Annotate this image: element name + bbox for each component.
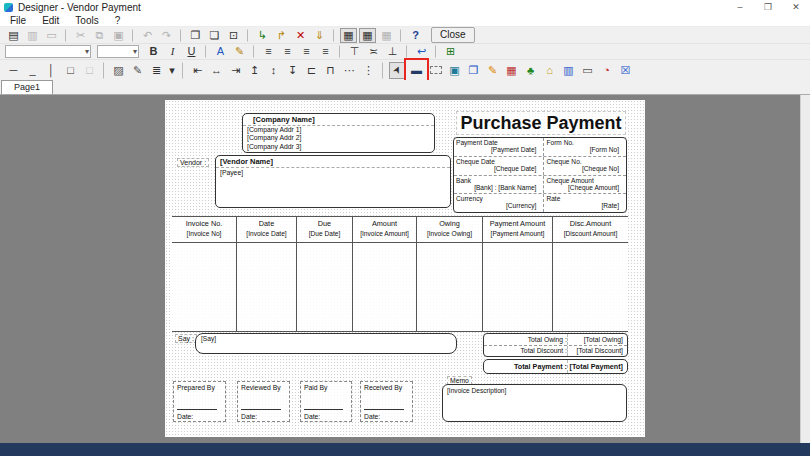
- vendor-name-field[interactable]: [Vendor Name]: [216, 156, 450, 168]
- align-center-icon[interactable]: ≡: [279, 44, 296, 59]
- line-style-icon[interactable]: ≣: [148, 62, 165, 79]
- total-payment-label[interactable]: Total Payment :: [484, 362, 567, 371]
- column-field[interactable]: [Discount Amount]: [564, 230, 618, 237]
- menu-help[interactable]: ?: [107, 15, 129, 26]
- font-size-select[interactable]: ▾: [97, 45, 139, 58]
- rounded-rectangle-icon[interactable]: □: [81, 62, 98, 79]
- say-field[interactable]: [Say]: [196, 334, 456, 343]
- align-top-edges-icon[interactable]: ↥: [246, 62, 263, 79]
- align-bottom-edges-icon[interactable]: ↧: [284, 62, 301, 79]
- column-header[interactable]: Invoice No.: [186, 219, 223, 228]
- align-left-icon[interactable]: ≡: [260, 44, 277, 59]
- tab-page1[interactable]: Page1: [1, 80, 53, 94]
- print-icon[interactable]: ▭: [43, 28, 60, 43]
- info-value-field[interactable]: [Bank] : [Bank Name]: [456, 184, 541, 191]
- column-field[interactable]: [Invoice No]: [187, 230, 222, 237]
- date-label[interactable]: Date:: [241, 413, 257, 420]
- bold-button[interactable]: B: [145, 44, 162, 59]
- signature-box[interactable]: Prepared By Date:: [173, 381, 226, 422]
- company-name-field[interactable]: [Company Name]: [243, 114, 434, 126]
- payee-field[interactable]: [Payee]: [216, 168, 450, 177]
- total-payment-field[interactable]: [Total Payment]: [567, 360, 627, 373]
- info-value-field[interactable]: [Cheque No]: [546, 165, 624, 172]
- total-discount-label[interactable]: Total Discount :: [484, 347, 567, 354]
- format-painter-icon[interactable]: ↩: [413, 44, 430, 59]
- column-field[interactable]: [Payment Amount]: [491, 230, 545, 237]
- same-width-icon[interactable]: ⊏: [303, 62, 320, 79]
- company-block[interactable]: [Company Name] [Company Addr 1] [Company…: [242, 113, 435, 153]
- info-label[interactable]: Cheque No.: [546, 158, 624, 165]
- pen-tool[interactable]: ✎: [484, 62, 501, 79]
- signature-box[interactable]: Reviewed By Date:: [237, 381, 290, 422]
- close-window-icon[interactable]: ✕: [782, 0, 810, 14]
- design-canvas[interactable]: [Company Name] [Company Addr 1] [Company…: [165, 100, 645, 437]
- column-header[interactable]: Amount: [372, 219, 397, 228]
- signature-label[interactable]: Prepared By: [174, 382, 225, 393]
- company-addr2-field[interactable]: [Company Addr 2]: [243, 134, 434, 142]
- border-horizontal-icon[interactable]: ─: [5, 62, 22, 79]
- company-addr3-field[interactable]: [Company Addr 3]: [243, 143, 434, 151]
- field-tool[interactable]: [427, 62, 444, 79]
- table-column[interactable]: Disc.Amount [Discount Amount]: [553, 217, 628, 331]
- field-list-icon[interactable]: ⊞: [442, 44, 459, 59]
- snap-to-grid-icon[interactable]: ▦: [359, 28, 376, 43]
- info-value-field[interactable]: [Form No]: [546, 146, 624, 153]
- table-column[interactable]: Invoice No. [Invoice No]: [172, 217, 237, 331]
- column-header[interactable]: Due: [318, 219, 331, 228]
- company-addr1-field[interactable]: [Company Addr 1]: [243, 126, 434, 134]
- signature-label[interactable]: Received By: [361, 382, 412, 393]
- vertical-scrollbar[interactable]: [800, 95, 810, 443]
- space-down-icon[interactable]: ⋮: [360, 62, 377, 79]
- bring-to-front-icon[interactable]: ❐: [187, 28, 204, 43]
- info-label[interactable]: Payment Date: [456, 139, 541, 146]
- help-pointer-icon[interactable]: ?: [407, 28, 424, 43]
- open-page-icon[interactable]: ↱: [273, 28, 290, 43]
- font-family-select[interactable]: ▾: [5, 45, 91, 58]
- button-tool[interactable]: ▭: [579, 62, 596, 79]
- grid-settings-icon[interactable]: ▦: [378, 28, 395, 43]
- column-field[interactable]: [Invoice Owing]: [427, 230, 472, 237]
- cut-icon[interactable]: ✂: [72, 28, 89, 43]
- total-owing-label[interactable]: Total Owing :: [484, 336, 567, 343]
- info-label[interactable]: Cheque Amount: [546, 177, 624, 184]
- chart-tool[interactable]: ◔: [598, 62, 615, 79]
- grid-icon[interactable]: ▦: [340, 28, 357, 43]
- pointer-tool[interactable]: ➤: [389, 62, 406, 79]
- copy-icon[interactable]: ⧉: [91, 28, 108, 43]
- column-header[interactable]: Date: [259, 219, 274, 228]
- menu-file[interactable]: File: [2, 15, 34, 26]
- send-to-back-icon[interactable]: ❏: [206, 28, 223, 43]
- picture-tool[interactable]: ▣: [446, 62, 463, 79]
- layers-tool[interactable]: ❐: [465, 62, 482, 79]
- align-justify-icon[interactable]: ≡: [317, 44, 334, 59]
- payment-info-panel[interactable]: Payment Date [Payment Date] Form No. [Fo…: [453, 137, 627, 213]
- line-color-icon[interactable]: ✎: [129, 62, 146, 79]
- lock-tool[interactable]: ⌂: [541, 62, 558, 79]
- border-vertical-icon[interactable]: │: [43, 62, 60, 79]
- memo-block[interactable]: [Invoice Description]: [442, 384, 627, 422]
- info-label[interactable]: Bank: [456, 177, 541, 184]
- date-label[interactable]: Date:: [304, 413, 320, 420]
- undo-icon[interactable]: ↶: [139, 28, 156, 43]
- signature-box[interactable]: Received By Date:: [360, 381, 413, 422]
- date-label[interactable]: Date:: [364, 413, 380, 420]
- insert-page-icon[interactable]: ↳: [254, 28, 271, 43]
- redo-icon[interactable]: ↷: [158, 28, 175, 43]
- vendor-label[interactable]: Vendor :: [177, 158, 209, 167]
- info-value-field[interactable]: [Cheque Amount]: [546, 184, 624, 191]
- total-payment-block[interactable]: Total Payment : [Total Payment]: [483, 359, 628, 374]
- multi-select-icon[interactable]: ⊡: [225, 28, 242, 43]
- column-field[interactable]: [Invoice Amount]: [360, 230, 409, 237]
- align-center-h-icon[interactable]: ↔: [208, 62, 225, 79]
- shape-tool[interactable]: ♣: [522, 62, 539, 79]
- table-tool[interactable]: ▦: [503, 62, 520, 79]
- border-bottom-icon[interactable]: _: [24, 62, 41, 79]
- fill-color-icon[interactable]: ▨: [110, 62, 127, 79]
- space-across-icon[interactable]: ⋯: [341, 62, 358, 79]
- totals-block[interactable]: Total Owing : [Total Owing] Total Discou…: [483, 333, 628, 357]
- say-label[interactable]: Say :: [175, 334, 197, 343]
- delete-page-icon[interactable]: ✕: [292, 28, 309, 43]
- align-left-edges-icon[interactable]: ⇤: [189, 62, 206, 79]
- close-designer-button[interactable]: Close: [431, 27, 475, 43]
- frame-tool[interactable]: ▥: [560, 62, 577, 79]
